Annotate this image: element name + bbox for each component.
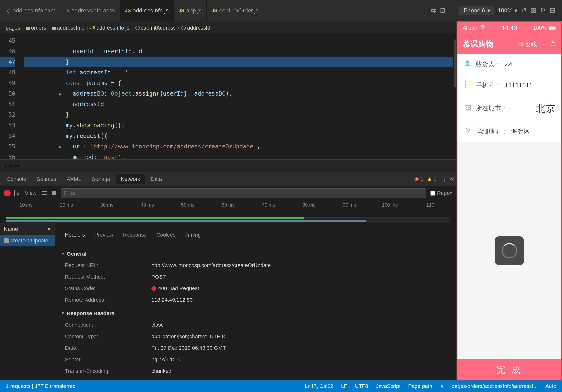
editor-scrollbar[interactable] [453, 34, 456, 159]
breadcrumb: pages › orders › addressInfo › JS addres… [0, 21, 456, 34]
person-icon [463, 60, 472, 69]
svg-point-21 [467, 87, 468, 88]
breadcrumb-var[interactable]: addressId [181, 25, 210, 31]
toolbar-more[interactable]: ··· [449, 7, 455, 14]
network-item-label: createOrUpdate [11, 237, 48, 244]
breadcrumb-func[interactable]: submitAddress [135, 25, 176, 31]
regex-label-text: Regex [437, 190, 452, 196]
network-details: Headers Preview Response Cookies Timing … [55, 223, 456, 381]
phone-status-left: Alipay [462, 25, 486, 31]
var-icon [181, 25, 186, 30]
breadcrumb-addressinfo[interactable]: addressInfo [52, 25, 85, 31]
timeline-label-50ms: 50 ms [167, 202, 208, 208]
pin-icon [463, 127, 472, 136]
request-url-value: http://www.imoocdsp.com/address/createOr… [152, 260, 271, 271]
phone-label: 手机号： [476, 81, 501, 90]
error-badge: ✕ 1 [414, 176, 423, 182]
devtools-tab-storage[interactable]: Storage [87, 174, 115, 184]
status-code-row: Status Code: 400 Bad Request [61, 283, 450, 294]
toolbar-icon1[interactable]: ⇆ [431, 7, 436, 14]
devtools-tab-sources[interactable]: Sources [32, 174, 61, 184]
scrollbar-thumb [454, 39, 456, 88]
devtools-tab-console[interactable]: Console [2, 174, 31, 184]
submit-button-label: 完 成 [497, 364, 522, 376]
close-list-icon[interactable]: ✕ [47, 226, 51, 232]
tab-confirmjs[interactable]: JS confirmOrder.js [207, 0, 263, 21]
detail-tab-timing[interactable]: Timing [181, 228, 205, 242]
phone-row: 手机号： 11111111 [457, 75, 562, 96]
layout-button[interactable]: ⊞ [530, 7, 536, 14]
timeline-label-110: 110 [410, 202, 450, 208]
tab-appjs[interactable]: JS app.js [174, 0, 207, 21]
device-selector[interactable]: iPhone 6 ▾ [459, 6, 494, 15]
devtools-close-button[interactable]: ✕ [449, 175, 454, 183]
settings-button[interactable]: ⚙ [540, 7, 546, 14]
content-type-row: Content-Type: application/json;charset=U… [61, 331, 450, 342]
confirmjs-icon: JS [211, 8, 217, 13]
response-headers-section: Response Headers [61, 308, 450, 319]
phone-nav-actions: ☆收藏 ··· ⏱ [518, 40, 556, 48]
js-icon: JS [125, 8, 130, 13]
more-nav-button[interactable]: ··· [541, 41, 546, 48]
acss-icon: # [67, 7, 70, 14]
refresh-button[interactable]: ↺ [521, 7, 527, 14]
code-line-47: let addressId = '' [24, 57, 453, 67]
svg-rect-10 [42, 193, 47, 193]
tab-axml[interactable]: ◇ addressInfo.axml [2, 0, 62, 21]
svg-rect-17 [549, 27, 555, 29]
timeline-area: 10 ms 20 ms 30 ms 40 ms 50 ms 60 ms 70 m… [0, 200, 456, 223]
remote-address-key: Remote Address: [65, 294, 152, 306]
tab-acss[interactable]: # addressInfo.acss [62, 0, 120, 21]
extra-button[interactable]: ⊟ [550, 7, 555, 14]
page-path-value: pages/orders/addressInfo/addressI... [451, 383, 538, 389]
svg-rect-16 [555, 27, 556, 29]
phone-status-right: 100% [533, 25, 556, 31]
bookmark-button[interactable]: ☆收藏 [518, 40, 537, 48]
city-label: 所在城市： [476, 104, 507, 113]
svg-rect-2 [52, 27, 56, 30]
mobile-icon [463, 81, 472, 90]
svg-rect-12 [52, 191, 54, 195]
date-key: Date: [65, 342, 152, 354]
columns-view-button[interactable] [51, 190, 57, 196]
stop-button[interactable]: ⊘ [14, 190, 21, 196]
zoom-selector[interactable]: 100% ▾ [498, 7, 517, 14]
code-line-52: my.showLoading(); [24, 110, 453, 120]
detail-tab-cookies[interactable]: Cookies [152, 228, 179, 242]
filter-input[interactable] [61, 188, 426, 198]
devtools-tab-data[interactable]: Data [146, 174, 167, 184]
timeline-label-100ms: 100 ms [370, 202, 410, 208]
detail-tab-response[interactable]: Response [119, 228, 151, 242]
code-content: userId = userInfo.id } let addressId = '… [19, 34, 453, 159]
main-area: pages › orders › addressInfo › JS addres… [0, 21, 562, 381]
devtools-menu-btn[interactable]: ⋮ [441, 175, 448, 183]
submit-button[interactable]: 完 成 [457, 359, 562, 381]
server-value: nginx/1.12.0 [152, 354, 180, 365]
warn-badge: ! 1 [427, 176, 436, 182]
tab-js-active[interactable]: JS addressInfo.js [120, 0, 174, 21]
network-item-createorupdate[interactable]: createOrUpdate [0, 235, 55, 246]
detail-address-label: 详细地址： [476, 127, 507, 136]
error-icon: ✕ [414, 177, 419, 182]
content-type-key: Content-Type: [65, 331, 152, 342]
detail-tab-preview[interactable]: Preview [91, 228, 117, 242]
breadcrumb-pages[interactable]: pages [6, 25, 20, 31]
network-item-icon [4, 238, 9, 243]
detail-tab-headers[interactable]: Headers [61, 228, 89, 242]
record-button[interactable] [4, 190, 11, 196]
regex-checkbox-label[interactable]: Regex [430, 190, 452, 196]
folder-icon [26, 26, 30, 30]
regex-checkbox[interactable] [430, 191, 435, 196]
list-view-button[interactable] [42, 190, 47, 196]
recipient-row: 收货人： zzl [457, 54, 562, 75]
history-button[interactable]: ⏱ [550, 41, 556, 48]
devtools-tab-axml[interactable]: AXML [62, 174, 86, 184]
devtools-tab-network[interactable]: Network [116, 174, 145, 184]
toolbar-icon2[interactable]: ⊡ [440, 7, 445, 14]
svg-rect-1 [26, 27, 30, 30]
breadcrumb-orders[interactable]: orders [26, 25, 46, 31]
breadcrumb-file[interactable]: JS addressInfo.js [90, 25, 129, 31]
detail-address-value: 海淀区 [511, 127, 555, 136]
detail-tabs: Headers Preview Response Cookies Timing [61, 228, 450, 244]
tab-acss-label: addressInfo.acss [71, 7, 115, 14]
